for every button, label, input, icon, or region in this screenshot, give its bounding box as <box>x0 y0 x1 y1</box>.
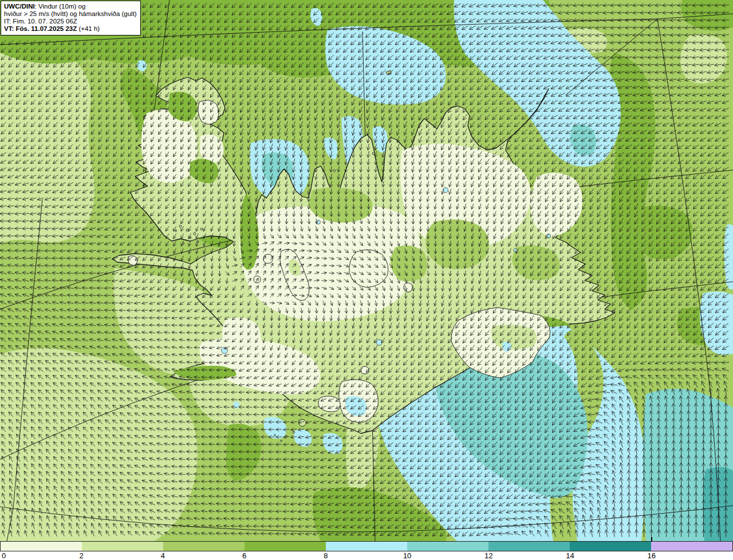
colorbar-label-16: 16 <box>648 551 656 560</box>
colorbar-segment-0 <box>1 542 82 551</box>
colorbar-segment-8 <box>651 542 732 551</box>
model-name: UWC/DINI <box>4 3 35 10</box>
colorbar-label-14: 14 <box>566 551 574 560</box>
colorbar-label-0: 0 <box>2 551 6 560</box>
colorbar-label-4: 4 <box>161 551 165 560</box>
colorbar-label-2: 2 <box>80 551 84 560</box>
colorbar-label-6: 6 <box>242 551 246 560</box>
colorbar-strip <box>0 541 733 551</box>
map-canvas <box>0 0 733 541</box>
colorbar-segment-1 <box>82 542 163 551</box>
colorbar-segment-5 <box>407 542 488 551</box>
colorbar-segment-3 <box>245 542 326 551</box>
colorbar-tick-16 <box>651 537 652 542</box>
colorbar-segment-2 <box>163 542 245 551</box>
legend-line-2: hviður > 25 m/s (hvítt) og hámarkshviða … <box>4 10 137 18</box>
weather-map-app: UWC/DINI: Vindur (10m) og hviður > 25 m/… <box>0 0 733 560</box>
legend-line-4-valid-time: VT: Fös. 11.07.2025 23Z (+41 h) <box>4 25 137 33</box>
wind-map <box>0 0 733 541</box>
legend-line-3-init-time: IT: Fim. 10. 07. 2025 06Z <box>4 18 137 25</box>
colorbar-label-10: 10 <box>403 551 411 560</box>
wind-speed-colorbar: 0246810121416 <box>0 541 733 560</box>
colorbar-segment-4 <box>326 542 407 551</box>
colorbar-label-12: 12 <box>484 551 492 560</box>
colorbar-segment-6 <box>488 542 570 551</box>
colorbar-segment-7 <box>570 542 651 551</box>
colorbar-label-8: 8 <box>324 551 328 560</box>
legend-line-1: UWC/DINI: Vindur (10m) og <box>4 3 137 10</box>
map-title-legend: UWC/DINI: Vindur (10m) og hviður > 25 m/… <box>1 1 141 36</box>
